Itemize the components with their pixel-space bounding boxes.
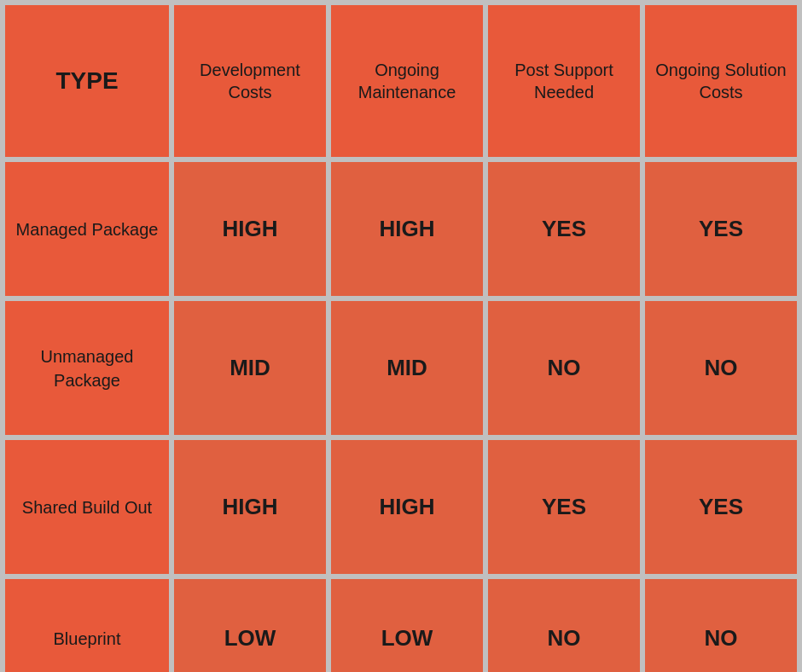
managed-package-dev-costs: HIGH <box>174 162 326 296</box>
blueprint-dev-costs: LOW <box>174 579 326 672</box>
managed-package-text: Managed Package <box>16 217 159 241</box>
header-type-cell: TYPE <box>5 5 169 157</box>
header-ongoing-solution-cell: Ongoing Solution Costs <box>645 5 797 157</box>
header-dev-costs-cell: Development Costs <box>174 5 326 157</box>
blueprint-ongoing-solution: NO <box>645 579 797 672</box>
dev-costs-label: Development Costs <box>183 59 317 103</box>
managed-package-ongoing-solution: YES <box>645 162 797 296</box>
row-unmanaged-package-label: Unmanaged Package <box>5 301 169 435</box>
comparison-table: TYPE Development Costs Ongoing Maintenan… <box>0 0 802 672</box>
shared-build-out-text: Shared Build Out <box>22 495 152 519</box>
managed-package-ongoing-maint: HIGH <box>331 162 483 296</box>
shared-build-out-ongoing-maint: HIGH <box>331 440 483 574</box>
blueprint-post-support: NO <box>488 579 640 672</box>
header-post-support-cell: Post Support Needed <box>488 5 640 157</box>
unmanaged-package-dev-costs: MID <box>174 301 326 435</box>
unmanaged-package-text: Unmanaged Package <box>14 345 160 392</box>
row-blueprint-label: Blueprint <box>5 579 169 672</box>
managed-package-post-support: YES <box>488 162 640 296</box>
row-shared-build-out-label: Shared Build Out <box>5 440 169 574</box>
ongoing-solution-label: Ongoing Solution Costs <box>654 59 788 103</box>
unmanaged-package-ongoing-solution: NO <box>645 301 797 435</box>
row-managed-package-label: Managed Package <box>5 162 169 296</box>
header-ongoing-maint-cell: Ongoing Maintenance <box>331 5 483 157</box>
unmanaged-package-ongoing-maint: MID <box>331 301 483 435</box>
blueprint-ongoing-maint: LOW <box>331 579 483 672</box>
shared-build-out-ongoing-solution: YES <box>645 440 797 574</box>
shared-build-out-post-support: YES <box>488 440 640 574</box>
ongoing-maint-label: Ongoing Maintenance <box>340 59 474 103</box>
type-label: TYPE <box>55 67 118 95</box>
shared-build-out-dev-costs: HIGH <box>174 440 326 574</box>
post-support-label: Post Support Needed <box>497 59 631 103</box>
blueprint-text: Blueprint <box>54 627 121 651</box>
unmanaged-package-post-support: NO <box>488 301 640 435</box>
